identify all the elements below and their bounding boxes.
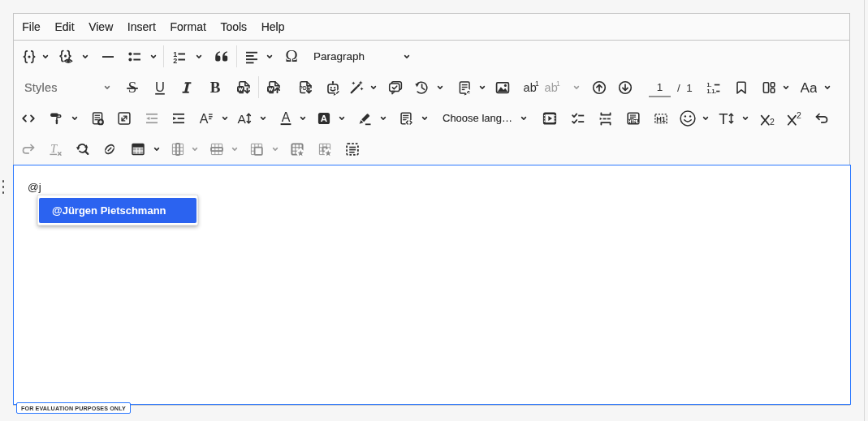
svg-text:1: 1 [535, 79, 539, 88]
svg-text:2: 2 [797, 110, 801, 120]
svg-text:H1: H1 [656, 114, 666, 122]
svg-text:2: 2 [173, 56, 177, 64]
svg-text:1.: 1. [707, 81, 712, 87]
svg-text:Ω: Ω [285, 49, 298, 65]
svg-text:A: A [200, 112, 209, 126]
svg-text:2: 2 [770, 116, 775, 126]
svg-text:Aa: Aa [801, 79, 817, 96]
svg-text:A: A [282, 110, 291, 124]
svg-text:1: 1 [556, 79, 560, 88]
svg-text:B: B [210, 79, 221, 96]
svg-text:A: A [238, 111, 247, 125]
svg-text:T: T [719, 110, 728, 127]
svg-text:T: T [50, 141, 58, 154]
svg-text:A: A [320, 114, 326, 123]
svg-text:U: U [155, 79, 165, 94]
svg-text:1.1.: 1.1. [707, 88, 717, 93]
